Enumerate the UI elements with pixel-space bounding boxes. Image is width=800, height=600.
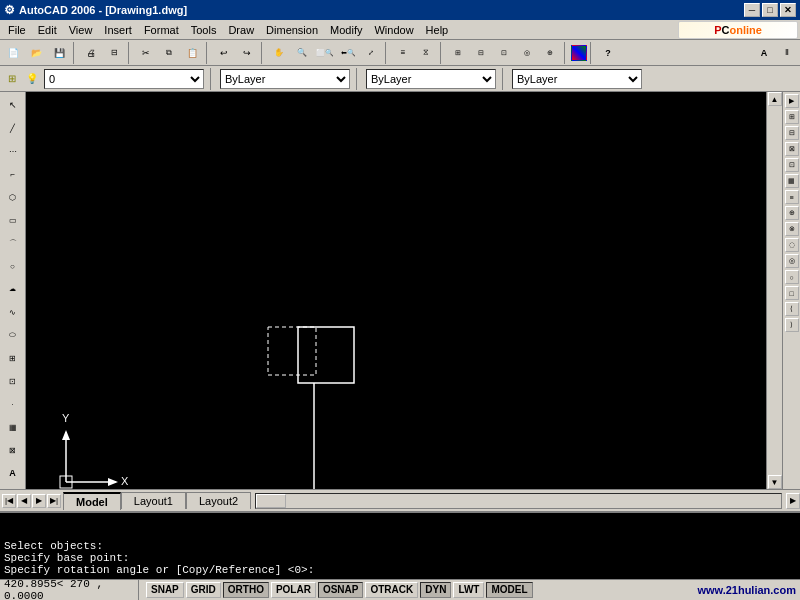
model-button[interactable]: MODEL xyxy=(486,582,532,598)
rt-btn-1[interactable]: ▶ xyxy=(785,94,799,108)
ortho-button[interactable]: ORTHO xyxy=(223,582,269,598)
bylayer-color[interactable] xyxy=(571,45,587,61)
menu-format[interactable]: Format xyxy=(138,22,185,38)
rectangle-button[interactable]: ▭ xyxy=(2,209,24,231)
scroll-up-button[interactable]: ▲ xyxy=(768,92,782,106)
zoom-window-button[interactable]: ⬜🔍 xyxy=(314,42,336,64)
menu-draw[interactable]: Draw xyxy=(222,22,260,38)
circle-button[interactable]: ○ xyxy=(2,255,24,277)
menu-dimension[interactable]: Dimension xyxy=(260,22,324,38)
maximize-button[interactable]: □ xyxy=(762,3,778,17)
hatch-button[interactable]: ▦ xyxy=(2,416,24,438)
lineweight-selector[interactable]: ByLayer xyxy=(512,69,642,89)
menu-file[interactable]: File xyxy=(2,22,32,38)
print-preview-button[interactable]: ⊟ xyxy=(103,42,125,64)
minimize-button[interactable]: ─ xyxy=(744,3,760,17)
menu-edit[interactable]: Edit xyxy=(32,22,63,38)
pick-button[interactable]: ↖ xyxy=(2,94,24,116)
tab-model[interactable]: Model xyxy=(63,492,121,510)
h-scroll-right[interactable]: ▶ xyxy=(786,493,800,509)
insert-block-button[interactable]: ⊞ xyxy=(2,347,24,369)
h-scrollbar-track[interactable] xyxy=(255,493,782,509)
make-block-button[interactable]: ⊡ xyxy=(2,370,24,392)
ellipse-button[interactable]: ⬭ xyxy=(2,324,24,346)
lwt-button[interactable]: LWT xyxy=(453,582,484,598)
cut-button[interactable]: ✂ xyxy=(135,42,157,64)
osnap-button[interactable]: OSNAP xyxy=(318,582,364,598)
snap-toggle[interactable]: ⊟ xyxy=(470,42,492,64)
rt-btn-5[interactable]: ⊡ xyxy=(785,158,799,172)
revision-cloud-button[interactable]: ☁ xyxy=(2,278,24,300)
line-button[interactable]: ╱ xyxy=(2,117,24,139)
spline-button[interactable]: ∿ xyxy=(2,301,24,323)
copy-button[interactable]: ⧉ xyxy=(158,42,180,64)
rt-btn-10[interactable]: ◌ xyxy=(785,238,799,252)
snap-button[interactable]: SNAP xyxy=(146,582,184,598)
polar-toggle[interactable]: ◎ xyxy=(516,42,538,64)
open-button[interactable]: 📂 xyxy=(25,42,47,64)
polygon-button[interactable]: ⬡ xyxy=(2,186,24,208)
rt-btn-14[interactable]: ⟨ xyxy=(785,302,799,316)
linetype-selector[interactable]: ByLayer xyxy=(366,69,496,89)
construction-line-button[interactable]: ⋯ xyxy=(2,140,24,162)
tab-first-button[interactable]: |◀ xyxy=(2,494,16,508)
rt-btn-4[interactable]: ⊠ xyxy=(785,142,799,156)
polyline-button[interactable]: ⌐ xyxy=(2,163,24,185)
properties-button[interactable]: ≡ xyxy=(392,42,414,64)
menu-view[interactable]: View xyxy=(63,22,99,38)
color-selector[interactable]: ByLayer xyxy=(220,69,350,89)
zoom-extent-button[interactable]: ⤢ xyxy=(360,42,382,64)
polar-button[interactable]: POLAR xyxy=(271,582,316,598)
command-window: Select objects: Specify base point: Spec… xyxy=(0,511,800,579)
print-button[interactable]: 🖨 xyxy=(80,42,102,64)
rt-btn-12[interactable]: ○ xyxy=(785,270,799,284)
pan-button[interactable]: ✋ xyxy=(268,42,290,64)
rt-btn-2[interactable]: ⊞ xyxy=(785,110,799,124)
layer-selector[interactable]: 0 xyxy=(44,69,204,89)
menu-tools[interactable]: Tools xyxy=(185,22,223,38)
point-button[interactable]: · xyxy=(2,393,24,415)
tab-prev-button[interactable]: ◀ xyxy=(17,494,31,508)
zoom-realtime-button[interactable]: 🔍 xyxy=(291,42,313,64)
rt-btn-3[interactable]: ⊟ xyxy=(785,126,799,140)
new-button[interactable]: 📄 xyxy=(2,42,24,64)
tab-layout2[interactable]: Layout2 xyxy=(186,492,251,509)
rt-btn-8[interactable]: ⊕ xyxy=(785,206,799,220)
rt-btn-11[interactable]: ◎ xyxy=(785,254,799,268)
menu-insert[interactable]: Insert xyxy=(98,22,138,38)
v-scrollbar[interactable]: ▲ ▼ xyxy=(766,92,782,489)
dyn-button[interactable]: DYN xyxy=(420,582,451,598)
matchprop-button[interactable]: ⧖ xyxy=(415,42,437,64)
menu-modify[interactable]: Modify xyxy=(324,22,368,38)
text-style-btn[interactable]: A xyxy=(753,42,775,64)
menu-window[interactable]: Window xyxy=(368,22,419,38)
dim-style-btn[interactable]: Ⅱ xyxy=(776,42,798,64)
paste-button[interactable]: 📋 xyxy=(181,42,203,64)
redo-button[interactable]: ↪ xyxy=(236,42,258,64)
region-button[interactable]: ⊠ xyxy=(2,439,24,461)
rt-btn-7[interactable]: ≡ xyxy=(785,190,799,204)
osnap-toggle[interactable]: ⊕ xyxy=(539,42,561,64)
otrack-button[interactable]: OTRACK xyxy=(365,582,418,598)
canvas-area[interactable]: X Y ▲ ▼ xyxy=(26,92,782,489)
save-button[interactable]: 💾 xyxy=(48,42,70,64)
help-btn[interactable]: ? xyxy=(597,42,619,64)
h-scrollbar-thumb[interactable] xyxy=(256,494,286,508)
rt-btn-9[interactable]: ⊗ xyxy=(785,222,799,236)
arc-button[interactable]: ⌒ xyxy=(2,232,24,254)
rt-btn-13[interactable]: □ xyxy=(785,286,799,300)
grid-button[interactable]: GRID xyxy=(186,582,221,598)
tab-next-button[interactable]: ▶ xyxy=(32,494,46,508)
grid-toggle[interactable]: ⊞ xyxy=(447,42,469,64)
rt-btn-15[interactable]: ⟩ xyxy=(785,318,799,332)
undo-button[interactable]: ↩ xyxy=(213,42,235,64)
tab-last-button[interactable]: ▶| xyxy=(47,494,61,508)
tab-layout1[interactable]: Layout1 xyxy=(121,492,186,509)
scroll-down-button[interactable]: ▼ xyxy=(768,475,782,489)
menu-help[interactable]: Help xyxy=(420,22,455,38)
mtext-button[interactable]: A xyxy=(2,462,24,484)
zoom-prev-button[interactable]: ⬅🔍 xyxy=(337,42,359,64)
rt-btn-6[interactable]: ▦ xyxy=(785,174,799,188)
ortho-toggle[interactable]: ⊡ xyxy=(493,42,515,64)
close-button[interactable]: ✕ xyxy=(780,3,796,17)
